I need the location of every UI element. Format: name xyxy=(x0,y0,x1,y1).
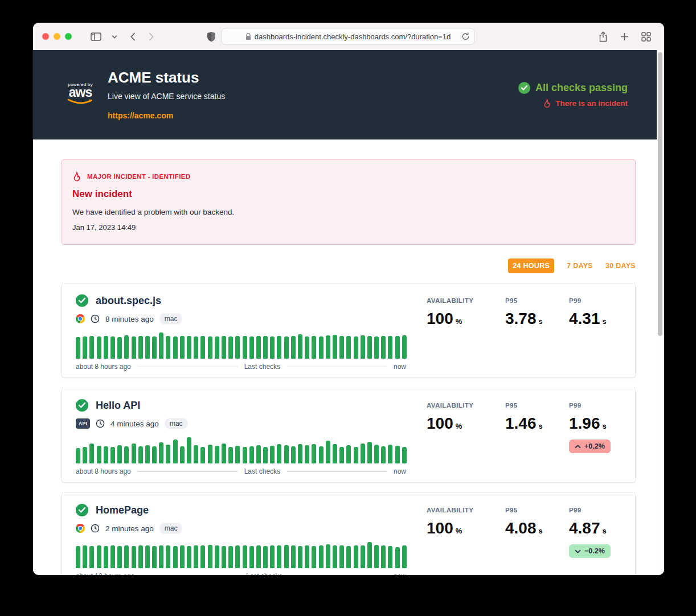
incident-status[interactable]: There is an incident xyxy=(518,98,628,108)
check-card-hello-api[interactable]: Hello API API 4 minutes ago mac about 8 … xyxy=(62,388,636,483)
incident-banner: MAJOR INCIDENT - IDENTIFIED New incident… xyxy=(62,159,636,245)
check-result-bar xyxy=(256,336,261,359)
check-result-bar xyxy=(333,444,337,463)
check-stats: AVAILABILITY P95 P99 100% 3.78s 4.31s xyxy=(427,294,621,371)
check-result-bar xyxy=(187,336,191,359)
check-result-bar xyxy=(83,447,87,463)
service-link[interactable]: https://acme.com xyxy=(108,111,173,120)
tab-24-hours[interactable]: 24 HOURS xyxy=(508,258,554,273)
check-result-bar xyxy=(222,546,226,568)
check-result-bar xyxy=(76,337,80,359)
check-result-bar xyxy=(104,336,108,359)
tab-30-days[interactable]: 30 DAYS xyxy=(605,262,636,270)
check-result-bar xyxy=(228,336,233,359)
check-results-chart[interactable] xyxy=(76,332,406,359)
check-result-bar xyxy=(208,336,212,359)
p99-label: P99 xyxy=(569,402,621,409)
status-ok-label: All checks passing xyxy=(535,82,628,94)
check-name: Hello API xyxy=(96,400,140,412)
check-result-bar xyxy=(388,445,392,463)
back-icon[interactable] xyxy=(130,32,136,41)
check-result-bar xyxy=(152,336,157,359)
check-card-homepage[interactable]: HomePage 2 min xyxy=(62,492,636,575)
check-result-bar xyxy=(76,448,80,463)
check-result-bar xyxy=(97,446,101,463)
check-result-bar xyxy=(117,337,122,359)
clock-icon xyxy=(91,314,100,323)
browser-window: dashboards-incident.checkly-dashboards.c… xyxy=(33,23,664,575)
chart-axis: about 8 hours ago Last checks now xyxy=(76,467,406,475)
check-result-bar xyxy=(83,545,87,568)
last-run-time: 4 minutes ago xyxy=(110,420,159,428)
aws-wordmark: aws xyxy=(65,87,95,97)
tab-overview-icon[interactable] xyxy=(641,32,651,42)
p95-value: 4.08s xyxy=(505,519,569,537)
availability-label: AVAILABILITY xyxy=(427,402,505,409)
availability-value: 100% xyxy=(427,414,505,433)
aws-smile-icon xyxy=(67,98,93,105)
axis-end-label: now xyxy=(394,572,406,575)
check-passing-icon xyxy=(76,294,88,307)
axis-start-label: about 8 hours ago xyxy=(76,363,131,371)
check-result-bar xyxy=(173,336,178,359)
check-result-bar xyxy=(367,336,372,359)
check-result-bar xyxy=(381,336,386,359)
check-results-chart[interactable] xyxy=(76,542,406,568)
scrollbar-track[interactable] xyxy=(657,50,664,575)
close-window-button[interactable] xyxy=(42,33,49,40)
scrollbar-thumb[interactable] xyxy=(658,52,662,336)
check-results-chart[interactable] xyxy=(76,437,406,463)
check-result-bar xyxy=(132,443,136,463)
share-icon[interactable] xyxy=(599,31,608,42)
check-result-bar xyxy=(132,546,136,568)
check-result-bar xyxy=(298,546,302,568)
check-result-bar xyxy=(180,446,185,463)
minimize-window-button[interactable] xyxy=(54,33,60,40)
check-result-bar xyxy=(97,336,101,359)
new-tab-icon[interactable] xyxy=(620,32,629,41)
chevron-down-icon[interactable] xyxy=(112,35,117,39)
check-result-bar xyxy=(194,445,198,463)
clock-icon xyxy=(91,524,100,533)
address-bar[interactable]: dashboards-incident.checkly-dashboards.c… xyxy=(221,28,475,45)
axis-end-label: now xyxy=(394,467,406,475)
check-result-bar xyxy=(256,545,261,568)
availability-label: AVAILABILITY xyxy=(427,507,505,514)
browser-toolbar: dashboards-incident.checkly-dashboards.c… xyxy=(33,23,664,50)
check-result-bar xyxy=(354,545,358,568)
privacy-shield-icon[interactable] xyxy=(207,31,216,42)
availability-value: 100% xyxy=(427,310,505,328)
check-result-bar xyxy=(117,445,122,463)
last-run-time: 8 minutes ago xyxy=(105,315,154,323)
p95-label: P95 xyxy=(505,402,569,409)
check-result-bar xyxy=(208,445,212,463)
check-result-bar xyxy=(166,445,170,463)
duration-tabs: 24 HOURS 7 DAYS 30 DAYS xyxy=(62,258,636,273)
check-result-bar xyxy=(402,447,407,463)
check-result-bar xyxy=(312,444,316,463)
check-result-bar xyxy=(298,334,302,359)
dashboard-header: powered by aws ACME status Live view of … xyxy=(33,50,664,139)
zoom-window-button[interactable] xyxy=(65,33,72,40)
check-result-bar xyxy=(200,336,205,359)
check-result-bar xyxy=(104,546,108,568)
check-result-bar xyxy=(319,545,324,568)
p99-label: P99 xyxy=(569,297,621,304)
check-result-bar xyxy=(284,545,289,568)
check-result-bar xyxy=(291,446,296,463)
refresh-icon[interactable] xyxy=(461,32,470,43)
check-result-bar xyxy=(298,444,302,463)
check-result-bar xyxy=(89,336,94,359)
tab-7-days[interactable]: 7 DAYS xyxy=(567,262,593,270)
p95-label: P95 xyxy=(505,297,569,304)
incident-message: We have identified a problem with our ba… xyxy=(72,208,625,216)
check-result-bar xyxy=(173,440,178,463)
incident-kicker: MAJOR INCIDENT - IDENTIFIED xyxy=(87,173,190,180)
chrome-icon xyxy=(76,524,85,533)
check-card-about-spec-js[interactable]: about.spec.js xyxy=(62,283,636,378)
check-result-bar xyxy=(145,445,150,463)
sidebar-icon[interactable] xyxy=(91,32,101,41)
check-result-bar xyxy=(346,336,351,359)
location-badge: mac xyxy=(165,418,188,429)
p99-value: 4.31s xyxy=(569,310,621,328)
